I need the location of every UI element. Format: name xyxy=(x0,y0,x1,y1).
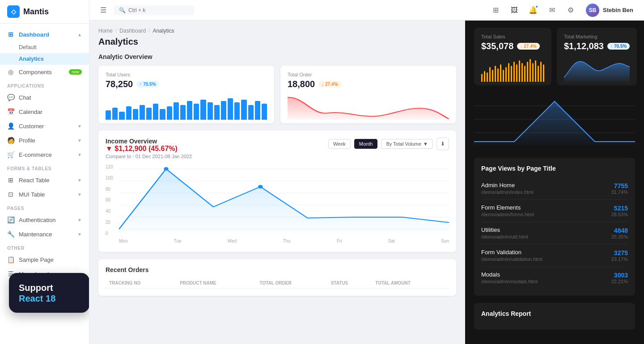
dark-bar-segment xyxy=(516,64,517,82)
page-view-count: 3275 xyxy=(611,249,628,256)
chat-icon: 💬 xyxy=(7,94,14,101)
sidebar-item-authentication[interactable]: 🔄 Authentication ▼ xyxy=(0,213,89,227)
income-compare: Compare to : 01 Dec 2021-08 Jan 2022 xyxy=(106,154,192,159)
dark-marketing-header: $1,12,083 ↑ 70.5% xyxy=(564,41,630,51)
dark-bar-segment xyxy=(492,70,493,82)
bar-segment xyxy=(153,104,158,120)
sidebar-item-customer[interactable]: 👤 Customer ▼ xyxy=(0,119,89,133)
dark-sales-value: $35,078 xyxy=(481,41,513,51)
income-overview-card: Income Overview ▼ $1,12,900 (45.67%) Com… xyxy=(98,130,456,252)
sidebar-sub-default[interactable]: Default xyxy=(0,42,89,53)
sidebar-auth-label: Authentication xyxy=(19,217,73,223)
menu-toggle-button[interactable]: ☰ xyxy=(97,4,110,17)
sidebar-item-dashboard[interactable]: ⊞ Dashboard ▲ xyxy=(0,27,89,42)
page-view-row[interactable]: Form Validation /demo/admin/validation.h… xyxy=(481,244,628,267)
chart-y-axis: 120 100 80 60 40 20 0 xyxy=(106,164,119,236)
chart-x-axis: Mon Tue Wed Thu Fri Sat Sun xyxy=(106,239,449,243)
notification-icon-button[interactable]: 🔔 xyxy=(526,3,540,17)
col-total-order: Total Order xyxy=(256,278,327,289)
sidebar-maintenance-label: Maintenance xyxy=(19,231,73,238)
bar-segment xyxy=(167,106,172,120)
total-order-chart xyxy=(288,93,449,120)
dark-marketing-chart xyxy=(564,55,630,82)
auth-arrow-icon: ▼ xyxy=(77,218,82,222)
calendar-icon: 📅 xyxy=(7,108,14,115)
mui-table-arrow-icon: ▼ xyxy=(77,192,82,197)
support-bubble[interactable]: Support React 18 xyxy=(9,273,89,313)
support-bubble-title: Support xyxy=(19,282,80,294)
breadcrumb-home[interactable]: Home xyxy=(98,28,113,34)
bar-segment xyxy=(262,104,267,120)
page-view-name: Form Elements xyxy=(481,204,534,211)
sidebar-components-label: Components xyxy=(19,69,64,76)
sidebar-sub-analytics[interactable]: Analytics xyxy=(0,53,89,65)
message-icon-button[interactable]: ✉ xyxy=(545,3,559,17)
image-icon-button[interactable]: 🖼 xyxy=(507,3,521,17)
page-views-title: Page Views by Page Title xyxy=(481,165,628,172)
month-button[interactable]: Month xyxy=(354,139,378,149)
total-users-label: Total Users xyxy=(106,72,267,77)
download-button[interactable]: ⬇ xyxy=(436,138,449,150)
search-bar[interactable]: 🔍 xyxy=(114,5,194,15)
bar-segment xyxy=(180,105,186,120)
react-table-arrow-icon: ▼ xyxy=(77,178,82,183)
volume-select[interactable]: By Total Volume ▼ xyxy=(381,139,433,149)
sidebar-item-profile[interactable]: 🧑 Profile ▼ xyxy=(0,133,89,147)
bar-segment xyxy=(214,105,220,120)
sidebar-item-chat[interactable]: 💬 Chat xyxy=(0,90,89,105)
svg-point-6 xyxy=(164,167,169,171)
dark-stats-section: Total Sales $35,078 ↓ 27.4% xyxy=(474,28,635,151)
dark-sales-badge: ↓ 27.4% xyxy=(517,43,539,50)
sample-icon: 📋 xyxy=(7,256,14,263)
total-users-header: 78,250 ↑ 70.5% xyxy=(106,79,267,89)
sidebar-ecommerce-label: E-commerce xyxy=(19,151,73,158)
sidebar-logo[interactable]: ◇ Mantis xyxy=(0,0,89,24)
search-input[interactable] xyxy=(128,7,189,13)
logo-icon: ◇ xyxy=(7,5,20,18)
total-users-badge: ↑ 70.5% xyxy=(136,81,159,88)
dark-bar-segment xyxy=(521,63,523,82)
income-chart: 120 100 80 60 40 20 0 xyxy=(106,164,449,245)
stat-card-total-order: Total Order 18,800 ↓ 27.4% xyxy=(280,66,456,123)
sidebar-item-components[interactable]: ◎ Components new xyxy=(0,65,89,79)
dark-stat-card-sales: Total Sales $35,078 ↓ 27.4% xyxy=(474,28,551,85)
dark-sales-header: $35,078 ↓ 27.4% xyxy=(481,41,544,51)
dark-bar-segment xyxy=(497,68,499,82)
sidebar-sample-label: Sample Page xyxy=(19,256,82,263)
total-order-badge: ↓ 27.4% xyxy=(318,81,341,88)
page-view-url: /demo/admin/forms.html xyxy=(481,212,534,217)
page-view-row[interactable]: Modals /demo/admin/modals.html 3003 22.2… xyxy=(481,267,628,289)
header-user[interactable]: SB Stebin Ben xyxy=(582,2,637,19)
breadcrumb-dashboard[interactable]: Dashboard xyxy=(119,28,146,34)
settings-icon-button[interactable]: ⚙ xyxy=(564,3,578,17)
dark-bar-segment xyxy=(527,62,528,82)
sidebar-item-maintenance[interactable]: 🔧 Maintenance ▼ xyxy=(0,227,89,241)
breadcrumb-current: Analytics xyxy=(153,28,174,34)
col-tracking: Tracking No xyxy=(106,278,176,289)
maintenance-icon: 🔧 xyxy=(7,231,14,238)
header-right: ⊞ 🖼 🔔 ✉ ⚙ SB Stebin Ben xyxy=(488,2,637,19)
bar-segment xyxy=(221,101,226,120)
bar-segment xyxy=(255,101,260,120)
sidebar-item-mui-table[interactable]: ⊡ MUI Table ▼ xyxy=(0,187,89,201)
page-view-row[interactable]: Utilities /demo/admin/util.html 4848 25.… xyxy=(481,222,628,244)
total-users-value: 78,250 xyxy=(106,79,133,89)
sidebar-item-sample[interactable]: 📋 Sample Page xyxy=(0,252,89,267)
page-view-row[interactable]: Admin Home /demo/admin/index.html 7755 3… xyxy=(481,177,628,200)
bar-segment xyxy=(248,105,254,120)
income-amount: ▼ $1,12,900 (45.67%) xyxy=(106,145,192,153)
user-name: Stebin Ben xyxy=(603,7,633,13)
sidebar-item-react-table[interactable]: ⊞ React Table ▼ xyxy=(0,173,89,187)
sidebar-item-calendar[interactable]: 📅 Calendar xyxy=(0,105,89,119)
income-card-header: Income Overview ▼ $1,12,900 (45.67%) Com… xyxy=(106,138,449,159)
page-view-row[interactable]: Form Elements /demo/admin/forms.html 521… xyxy=(481,200,628,222)
total-order-label: Total Order xyxy=(288,72,449,77)
sidebar: ◇ Mantis ⊞ Dashboard ▲ Default Analytics… xyxy=(0,0,89,344)
page-views-list: Admin Home /demo/admin/index.html 7755 3… xyxy=(481,177,628,289)
sidebar-item-ecommerce[interactable]: 🛒 E-commerce ▼ xyxy=(0,147,89,162)
apps-icon-button[interactable]: ⊞ xyxy=(488,3,503,17)
sidebar-profile-label: Profile xyxy=(19,137,73,144)
recent-orders-title: Recent Orders xyxy=(106,266,449,273)
week-button[interactable]: Week xyxy=(328,139,351,149)
dark-marketing-badge: ↑ 70.5% xyxy=(607,43,630,50)
